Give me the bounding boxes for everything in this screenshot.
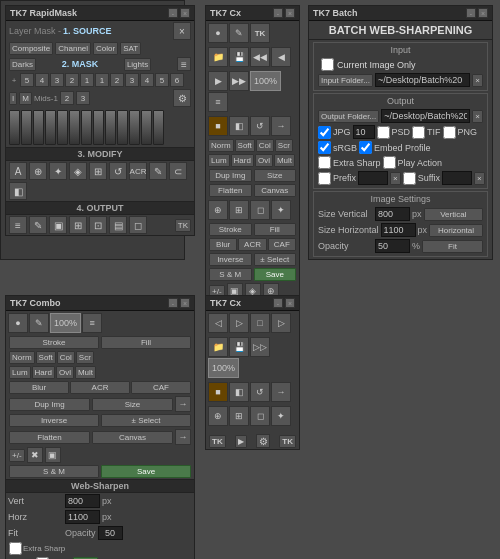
fit-btn[interactable]: Fit [422, 240, 483, 253]
num-2a[interactable]: 2 [65, 73, 79, 87]
combo-icon-x[interactable]: ✖ [27, 447, 43, 463]
combo-col[interactable]: Col [57, 351, 75, 364]
cx2-play[interactable]: ▷ [271, 313, 291, 333]
output-btn-5[interactable]: ⊡ [89, 216, 107, 234]
cx2-half[interactable]: ◧ [229, 382, 249, 402]
input-folder-btn[interactable]: Input Folder... [318, 74, 373, 87]
combo-sm[interactable]: S & M [9, 465, 99, 478]
tab-color[interactable]: Color [93, 42, 118, 55]
cx-transform2[interactable]: ⊞ [229, 200, 249, 220]
slider-8[interactable] [93, 110, 104, 145]
modify-btn-5[interactable]: ⊞ [89, 162, 107, 180]
combo-save[interactable]: Save [101, 465, 191, 478]
batch-close[interactable]: × [478, 8, 488, 18]
combo-menu[interactable]: ≡ [82, 313, 102, 333]
cx-color2[interactable]: ◧ [229, 116, 249, 136]
type-m-btn[interactable]: M [19, 92, 32, 105]
cx2-save[interactable]: 💾 [229, 337, 249, 357]
tk7cx-minimize[interactable]: - [273, 8, 283, 18]
combo-caf[interactable]: CAF [131, 381, 191, 394]
num-4a[interactable]: 4 [35, 73, 49, 87]
cx-stroke[interactable]: Stroke [209, 223, 252, 236]
cx-canvas[interactable]: Canvas [254, 184, 297, 197]
jpg-cb[interactable] [318, 126, 331, 139]
cx-nav2[interactable]: ◀ [271, 47, 291, 67]
slider-7[interactable] [81, 110, 92, 145]
input-folder-field[interactable] [375, 73, 470, 87]
cx2-stop[interactable]: □ [250, 313, 270, 333]
lights-btn[interactable]: Lights [124, 58, 151, 71]
num-1a[interactable]: 1 [80, 73, 94, 87]
mids-settings-icon[interactable]: ⚙ [173, 89, 191, 107]
slider-12[interactable] [141, 110, 152, 145]
cx2-tk-btn[interactable]: TK [209, 435, 226, 448]
slider-1[interactable] [9, 110, 20, 145]
combo-arrow2-icon[interactable]: → [175, 429, 191, 445]
combo-pct[interactable]: 100% [50, 313, 81, 333]
cx-nav1[interactable]: ◀◀ [250, 47, 270, 67]
cx-blur[interactable]: Blur [209, 238, 237, 251]
cx2-nav2[interactable]: ▷ [229, 313, 249, 333]
tab-sat[interactable]: SAT [120, 42, 141, 55]
jpg-quality-input[interactable] [353, 125, 375, 139]
slider-6[interactable] [69, 110, 80, 145]
cx2-icon4[interactable]: ✦ [271, 406, 291, 426]
cx2-minimize[interactable]: - [273, 298, 283, 308]
cx-save[interactable]: Save [254, 268, 297, 281]
cx-soft[interactable]: Soft [235, 139, 255, 152]
output-btn-4[interactable]: ⊞ [69, 216, 87, 234]
cx2-rotate[interactable]: ↺ [250, 382, 270, 402]
cx-select[interactable]: ± Select [254, 253, 297, 266]
combo-mult[interactable]: Mult [75, 366, 96, 379]
combo-horz-input[interactable] [65, 510, 100, 524]
cx-caf[interactable]: CAF [268, 238, 296, 251]
combo-acr[interactable]: ACR [70, 381, 130, 394]
extra-sharp-cb[interactable] [318, 156, 331, 169]
tab-composite[interactable]: Composite [9, 42, 53, 55]
slider-13[interactable] [153, 110, 164, 145]
combo-hard[interactable]: Hard [32, 366, 55, 379]
output-btn-7[interactable]: ◻ [129, 216, 147, 234]
cx-transform3[interactable]: ◻ [250, 200, 270, 220]
combo-fill[interactable]: Fill [101, 336, 191, 349]
size-vertical-input[interactable] [375, 207, 410, 221]
suffix-clear[interactable]: × [474, 172, 485, 185]
psd-cb[interactable] [377, 126, 390, 139]
num-2b[interactable]: 2 [110, 73, 124, 87]
combo-flatten[interactable]: Flatten [9, 431, 90, 444]
cx-scr[interactable]: Scr [275, 139, 293, 152]
num-4b[interactable]: 4 [140, 73, 154, 87]
cx-transform4[interactable]: ✦ [271, 200, 291, 220]
slider-11[interactable] [129, 110, 140, 145]
mids-2[interactable]: 2 [60, 91, 74, 105]
horizontal-btn[interactable]: Horizontal [429, 224, 483, 237]
output-folder-field[interactable] [381, 109, 470, 123]
tk-logo-btn[interactable]: TK [175, 219, 191, 232]
modify-btn-1[interactable]: A [9, 162, 27, 180]
cx-flatten[interactable]: Flatten [209, 184, 252, 197]
modify-lasso[interactable]: ⊂ [169, 162, 187, 180]
cx2-color[interactable]: ■ [208, 382, 228, 402]
cx-lum[interactable]: Lum [208, 154, 230, 167]
tk7cx-close[interactable]: × [285, 8, 295, 18]
suffix-cb[interactable] [403, 172, 416, 185]
cx-arrow[interactable]: → [271, 116, 291, 136]
cx-icon-pen[interactable]: ✎ [229, 23, 249, 43]
combo-extra-sharp-cb[interactable] [9, 542, 22, 555]
cx-percent[interactable]: 100% [250, 71, 281, 91]
prefix-clear[interactable]: × [390, 172, 401, 185]
cx-nav3[interactable]: ▶ [208, 71, 228, 91]
combo-pm[interactable]: +/- [9, 449, 25, 462]
combo-inverse[interactable]: Inverse [9, 414, 99, 427]
cx-size[interactable]: Size [254, 169, 297, 182]
cx2-settings-icon[interactable]: ⚙ [256, 434, 270, 448]
cx2-icon2[interactable]: ⊞ [229, 406, 249, 426]
cx-save-icon[interactable]: 💾 [229, 47, 249, 67]
combo-scr[interactable]: Scr [76, 351, 94, 364]
source-close-btn[interactable]: × [173, 22, 191, 40]
output-btn-2[interactable]: ✎ [29, 216, 47, 234]
num-5a[interactable]: 5 [20, 73, 34, 87]
cx2-tk2-btn[interactable]: TK [279, 435, 296, 448]
output-btn-1[interactable]: ≡ [9, 216, 27, 234]
opacity-input[interactable] [375, 239, 410, 253]
